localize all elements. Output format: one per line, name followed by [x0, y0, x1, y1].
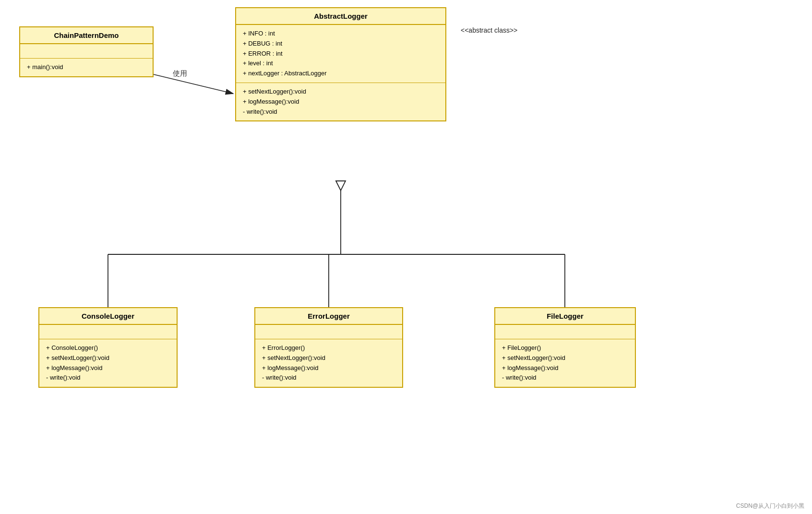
watermark: CSDN@从入门小白到小黑	[736, 502, 804, 510]
svg-text:使用: 使用	[173, 69, 187, 77]
abstract-logger-title: AbstractLogger	[236, 8, 445, 25]
attr-info: + INFO : int	[243, 29, 439, 39]
method-write: - write():void	[243, 107, 439, 117]
chain-pattern-demo-methods: + main():void	[20, 59, 153, 76]
chain-pattern-demo-box: ChainPatternDemo + main():void	[19, 26, 154, 77]
method-errorlogger-constructor: + ErrorLogger()	[262, 343, 395, 353]
method-consolelogger-write: - write():void	[46, 373, 170, 383]
attr-nextlogger: + nextLogger : AbstractLogger	[243, 69, 439, 79]
svg-line-2	[154, 74, 233, 94]
console-logger-methods: + ConsoleLogger() + setNextLogger():void…	[39, 339, 177, 387]
method-consolelogger-logmsg: + logMessage():void	[46, 363, 170, 373]
method-consolelogger-constructor: + ConsoleLogger()	[46, 343, 170, 353]
method-filelogger-write: - write():void	[502, 373, 628, 383]
method-errorlogger-write: - write():void	[262, 373, 395, 383]
svg-marker-9	[336, 181, 346, 191]
diagram-container: 使用 ChainPatternDemo + main():void Abstra…	[0, 0, 812, 514]
method-filelogger-logmsg: + logMessage():void	[502, 363, 628, 373]
console-logger-attributes	[39, 325, 177, 339]
console-logger-title: ConsoleLogger	[39, 308, 177, 325]
stereotype-label: <<abstract class>>	[461, 26, 517, 34]
method-setnextlogger: + setNextLogger():void	[243, 87, 439, 97]
abstract-logger-box: AbstractLogger + INFO : int + DEBUG : in…	[235, 7, 446, 121]
file-logger-methods: + FileLogger() + setNextLogger():void + …	[495, 339, 635, 387]
file-logger-box: FileLogger + FileLogger() + setNextLogge…	[494, 307, 636, 388]
error-logger-attributes	[255, 325, 402, 339]
method-errorlogger-logmsg: + logMessage():void	[262, 363, 395, 373]
chain-pattern-demo-title: ChainPatternDemo	[20, 27, 153, 44]
attr-error: + ERROR : int	[243, 49, 439, 59]
file-logger-attributes	[495, 325, 635, 339]
method-filelogger-constructor: + FileLogger()	[502, 343, 628, 353]
attr-debug: + DEBUG : int	[243, 39, 439, 49]
error-logger-title: ErrorLogger	[255, 308, 402, 325]
method-filelogger-setnext: + setNextLogger():void	[502, 353, 628, 363]
method-main: + main():void	[27, 62, 146, 72]
chain-pattern-demo-attributes	[20, 44, 153, 59]
abstract-logger-methods: + setNextLogger():void + logMessage():vo…	[236, 83, 445, 120]
attr-level: + level : int	[243, 59, 439, 69]
method-logmessage: + logMessage():void	[243, 97, 439, 107]
file-logger-title: FileLogger	[495, 308, 635, 325]
abstract-logger-attributes: + INFO : int + DEBUG : int + ERROR : int…	[236, 25, 445, 83]
console-logger-box: ConsoleLogger + ConsoleLogger() + setNex…	[38, 307, 178, 388]
method-errorlogger-setnext: + setNextLogger():void	[262, 353, 395, 363]
error-logger-methods: + ErrorLogger() + setNextLogger():void +…	[255, 339, 402, 387]
error-logger-box: ErrorLogger + ErrorLogger() + setNextLog…	[254, 307, 403, 388]
method-consolelogger-setnext: + setNextLogger():void	[46, 353, 170, 363]
